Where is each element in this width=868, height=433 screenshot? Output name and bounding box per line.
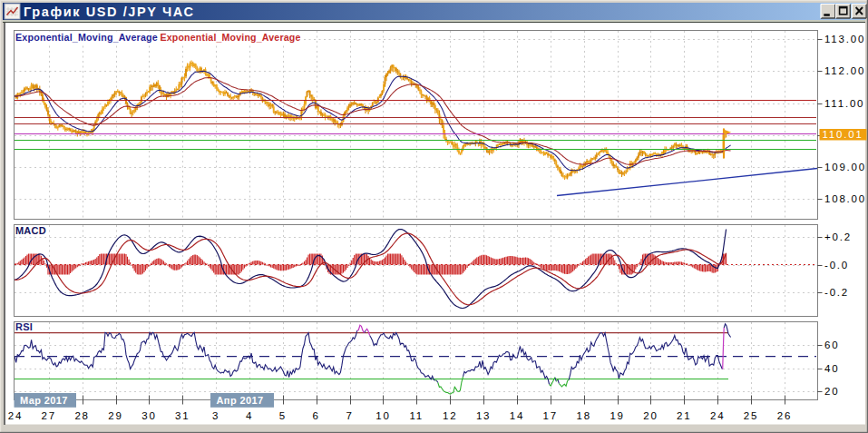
svg-text:13: 13 bbox=[476, 410, 491, 421]
svg-text:17: 17 bbox=[543, 410, 558, 421]
svg-text:6: 6 bbox=[313, 410, 320, 421]
svg-text:18: 18 bbox=[576, 410, 590, 421]
svg-text:31: 31 bbox=[175, 410, 190, 421]
svg-text:MACD: MACD bbox=[15, 225, 46, 236]
svg-text:113.00: 113.00 bbox=[824, 34, 865, 44]
svg-text:Апр 2017: Апр 2017 bbox=[217, 395, 264, 406]
svg-text:11: 11 bbox=[410, 410, 424, 421]
svg-text:27: 27 bbox=[42, 410, 56, 421]
svg-text:Exponential_Moving_Average: Exponential_Moving_Average bbox=[161, 32, 301, 43]
svg-text:40: 40 bbox=[824, 363, 839, 374]
svg-text:7: 7 bbox=[346, 410, 353, 421]
svg-text:10: 10 bbox=[375, 410, 390, 421]
svg-text:-0.0: -0.0 bbox=[824, 260, 849, 271]
svg-text:12: 12 bbox=[443, 410, 457, 421]
svg-text:111.00: 111.00 bbox=[824, 98, 864, 109]
svg-text:26: 26 bbox=[777, 410, 792, 421]
svg-text:3: 3 bbox=[212, 410, 219, 421]
svg-text:14: 14 bbox=[510, 410, 524, 421]
svg-text:60: 60 bbox=[824, 340, 839, 350]
svg-text:109.00: 109.00 bbox=[824, 162, 866, 172]
svg-text:110.01: 110.01 bbox=[823, 129, 863, 140]
svg-text:30: 30 bbox=[141, 410, 156, 421]
svg-text:Мар 2017: Мар 2017 bbox=[20, 395, 68, 406]
svg-text:График USD /JPY ЧАС: График USD /JPY ЧАС bbox=[24, 5, 195, 19]
svg-text:5: 5 bbox=[279, 410, 287, 421]
svg-text:108.00: 108.00 bbox=[824, 193, 866, 204]
svg-text:20: 20 bbox=[643, 410, 658, 421]
svg-text:21: 21 bbox=[677, 410, 691, 421]
svg-text:112.00: 112.00 bbox=[824, 65, 865, 76]
svg-text:24: 24 bbox=[8, 410, 23, 421]
svg-text:Exponential_Moving_Average: Exponential_Moving_Average bbox=[15, 32, 158, 43]
svg-text:29: 29 bbox=[108, 410, 122, 421]
svg-text:4: 4 bbox=[246, 410, 253, 421]
svg-text:20: 20 bbox=[824, 386, 839, 397]
svg-text:-0.2: -0.2 bbox=[824, 287, 849, 298]
svg-text:+0.2: +0.2 bbox=[824, 231, 852, 242]
svg-text:28: 28 bbox=[74, 410, 89, 421]
svg-text:RSI: RSI bbox=[15, 321, 33, 332]
svg-text:19: 19 bbox=[610, 410, 624, 421]
svg-text:25: 25 bbox=[744, 410, 758, 421]
svg-text:24: 24 bbox=[710, 410, 725, 421]
